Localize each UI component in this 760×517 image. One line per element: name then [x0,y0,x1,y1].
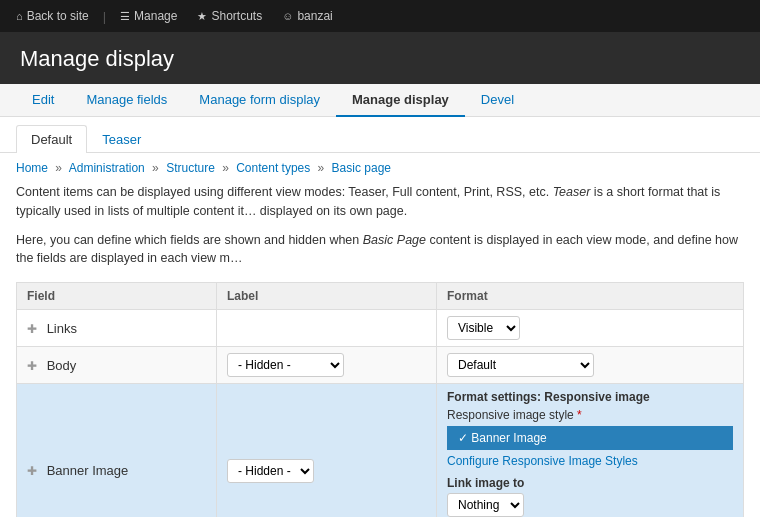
responsive-style-option-banner[interactable]: Banner Image [447,426,733,450]
field-banner-image-label-select[interactable]: - Hidden - Above Inline [227,459,314,483]
field-banner-image-format-cell: Format settings: Responsive image Respon… [437,384,744,518]
field-links-format-cell: Visible Hidden [437,310,744,347]
field-links-name: Links [47,321,77,336]
field-body-cell: ✚ Body [17,347,217,384]
field-body-format-cell: Default Trimmed Summary or trimmed [437,347,744,384]
breadcrumb-home[interactable]: Home [16,161,48,175]
manage-menu[interactable]: ☰ Manage [112,5,185,27]
main-content: Field Label Format ✚ Links Visible Hidde… [0,282,760,517]
breadcrumb: Home » Administration » Structure » Cont… [0,153,760,179]
tab-manage-display[interactable]: Manage display [336,84,465,117]
field-banner-image-cell: ✚ Banner Image [17,384,217,518]
drag-handle-banner-image[interactable]: ✚ [27,464,37,478]
top-navigation: ⌂ Back to site | ☰ Manage ★ Shortcuts ☺ … [0,0,760,32]
col-header-format: Format [437,283,744,310]
tab-default[interactable]: Default [16,125,87,153]
table-row: ✚ Links Visible Hidden [17,310,744,347]
field-links-cell: ✚ Links [17,310,217,347]
breadcrumb-admin[interactable]: Administration [69,161,145,175]
col-header-label: Label [217,283,437,310]
field-body-label-cell: - Hidden - Above Inline Visually Hidden [217,347,437,384]
link-image-to-label: Link image to [447,476,733,490]
shortcuts-menu[interactable]: ★ Shortcuts [189,5,270,27]
configure-responsive-styles-link[interactable]: Configure Responsive Image Styles [447,454,733,468]
col-header-field: Field [17,283,217,310]
back-to-site[interactable]: ⌂ Back to site [8,5,97,27]
field-banner-image-name: Banner Image [47,463,129,478]
link-image-to-wrapper: Nothing Content File [447,493,733,517]
breadcrumb-structure[interactable]: Structure [166,161,215,175]
link-image-to-select[interactable]: Nothing Content File [447,493,524,517]
page-title-bar: Manage display [0,32,760,84]
menu-icon: ☰ [120,10,130,23]
required-marker: * [577,408,582,422]
tab-manage-form-display[interactable]: Manage form display [183,84,336,117]
field-body-label-select[interactable]: - Hidden - Above Inline Visually Hidden [227,353,344,377]
field-links-format-select[interactable]: Visible Hidden [447,316,520,340]
format-settings-panel: Format settings: Responsive image Respon… [447,390,733,517]
description-2: Here, you can define which fields are sh… [0,227,760,275]
page-title: Manage display [20,46,740,72]
view-tabs: Default Teaser [0,117,760,153]
user-menu[interactable]: ☺ banzai [274,5,341,27]
responsive-image-style-label: Responsive image style * [447,408,733,422]
table-row: ✚ Banner Image - Hidden - Above Inline F… [17,384,744,518]
tab-manage-fields[interactable]: Manage fields [70,84,183,117]
format-settings-title: Format settings: Responsive image [447,390,733,404]
secondary-tabs: Edit Manage fields Manage form display M… [0,84,760,117]
tab-teaser[interactable]: Teaser [87,125,156,153]
fields-table: Field Label Format ✚ Links Visible Hidde… [16,282,744,517]
breadcrumb-basic-page[interactable]: Basic page [332,161,391,175]
field-banner-image-label-cell: - Hidden - Above Inline [217,384,437,518]
breadcrumb-content-types[interactable]: Content types [236,161,310,175]
star-icon: ★ [197,10,207,23]
drag-handle-body[interactable]: ✚ [27,359,37,373]
field-links-label-cell [217,310,437,347]
tab-edit[interactable]: Edit [16,84,70,117]
field-body-format-select[interactable]: Default Trimmed Summary or trimmed [447,353,594,377]
description-1: Content items can be displayed using dif… [0,179,760,227]
tab-devel[interactable]: Devel [465,84,530,117]
home-icon: ⌂ [16,10,23,22]
drag-handle-links[interactable]: ✚ [27,322,37,336]
table-row: ✚ Body - Hidden - Above Inline Visually … [17,347,744,384]
field-body-name: Body [47,358,77,373]
user-icon: ☺ [282,10,293,22]
